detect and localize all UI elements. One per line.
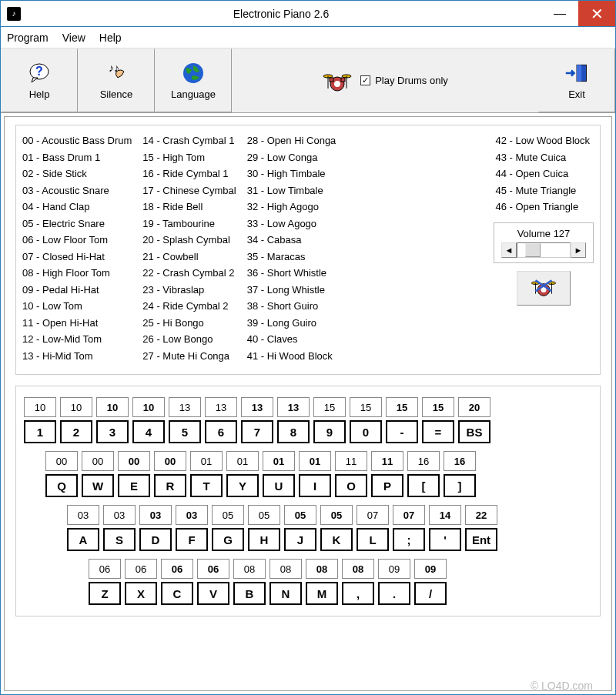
keyboard-key[interactable]: 136 — [205, 397, 237, 443]
keyboard-key[interactable]: 03F — [176, 505, 208, 551]
help-button[interactable]: ? Help — [1, 48, 78, 112]
keyboard-key[interactable]: 14' — [429, 505, 461, 551]
key-number: 09 — [378, 559, 410, 579]
keyboard-key[interactable]: 05H — [248, 505, 280, 551]
volume-slider[interactable]: ◄ ► — [501, 242, 586, 258]
key-label: - — [386, 420, 418, 443]
volume-left-button[interactable]: ◄ — [501, 242, 517, 258]
keyboard-key[interactable]: 08, — [342, 559, 374, 605]
help-icon: ? — [27, 61, 52, 85]
drum-item: 19 - Tambourine — [142, 216, 236, 232]
keyboard-key[interactable]: 150 — [350, 397, 382, 443]
keyboard-key[interactable]: 08B — [233, 559, 266, 605]
keyboard: 10110210310413513613713815915015-15=20BS… — [15, 386, 601, 616]
silence-button[interactable]: ♪♪ Silence — [78, 48, 155, 112]
key-label: W — [82, 474, 114, 497]
keyboard-key[interactable]: 00R — [154, 451, 186, 497]
keyboard-key[interactable]: 16[ — [407, 451, 440, 497]
keyboard-key[interactable]: 06Z — [89, 559, 121, 605]
keyboard-key[interactable]: 05J — [284, 505, 316, 551]
keyboard-key[interactable]: 20BS — [458, 397, 490, 443]
drum-item: 43 - Mute Cuica — [496, 150, 592, 165]
drum-list: 00 - Acoustic Bass Drum01 - Bass Drum 10… — [15, 125, 601, 375]
keyboard-key[interactable]: 103 — [96, 397, 129, 443]
keyboard-row-3: 03A03S03D03F05G05H05J05K07L07;14'22Ent — [22, 505, 594, 551]
keyboard-key[interactable]: 104 — [132, 397, 165, 443]
key-number: 10 — [96, 397, 129, 417]
keyboard-key[interactable]: 01I — [299, 451, 331, 497]
drum-col-2: 14 - Crash Cymbal 115 - High Tom16 - Rid… — [142, 133, 236, 363]
checkbox-icon: ✓ — [360, 75, 370, 85]
watermark: © LO4D.com — [531, 680, 593, 692]
drum-item: 46 - Open Triangle — [496, 199, 592, 215]
key-number: 08 — [270, 559, 302, 579]
keyboard-key[interactable]: 03D — [139, 505, 172, 551]
keyboard-key[interactable]: 06X — [125, 559, 157, 605]
keyboard-key[interactable]: 102 — [60, 397, 92, 443]
menu-program[interactable]: Program — [7, 32, 49, 44]
key-label: C — [161, 582, 193, 605]
keyboard-key[interactable]: 01Y — [226, 451, 259, 497]
key-label: / — [414, 582, 447, 605]
drum-item: 42 - Low Wood Block — [496, 133, 592, 149]
key-label: , — [342, 582, 374, 605]
menu-view[interactable]: View — [62, 32, 85, 44]
keyboard-key[interactable]: 03A — [67, 505, 99, 551]
key-number: 13 — [277, 397, 310, 417]
keyboard-key[interactable]: 09/ — [414, 559, 447, 605]
keyboard-key[interactable]: 06V — [197, 559, 229, 605]
key-label: 9 — [313, 420, 346, 443]
volume-thumb[interactable] — [525, 243, 541, 257]
keyboard-key[interactable]: 07; — [393, 505, 425, 551]
keyboard-key[interactable]: 03S — [103, 505, 136, 551]
key-label: K — [320, 528, 353, 551]
keyboard-key[interactable]: 135 — [169, 397, 201, 443]
key-number: 10 — [60, 397, 92, 417]
keyboard-key[interactable]: 15= — [422, 397, 454, 443]
key-label: Y — [226, 474, 259, 497]
menu-help[interactable]: Help — [99, 32, 122, 44]
keyboard-key[interactable]: 137 — [241, 397, 273, 443]
keyboard-key[interactable]: 16] — [444, 451, 476, 497]
key-label: A — [67, 528, 99, 551]
close-button[interactable]: ✕ — [578, 1, 615, 26]
key-label: Ent — [465, 528, 497, 551]
keyboard-key[interactable]: 09. — [378, 559, 410, 605]
keyboard-key[interactable]: 08M — [306, 559, 338, 605]
keyboard-key[interactable]: 05K — [320, 505, 353, 551]
keyboard-key[interactable]: 00E — [118, 451, 150, 497]
language-button[interactable]: Language — [155, 48, 232, 112]
key-label: 3 — [96, 420, 129, 443]
keyboard-key[interactable]: 138 — [277, 397, 310, 443]
play-drums-checkbox[interactable]: ✓ Play Drums only — [360, 75, 448, 86]
key-number: 08 — [342, 559, 374, 579]
keyboard-key[interactable]: 07L — [357, 505, 389, 551]
keyboard-key[interactable]: 06C — [161, 559, 193, 605]
key-number: 05 — [320, 505, 353, 525]
keyboard-key[interactable]: 22Ent — [465, 505, 497, 551]
keyboard-key[interactable]: 11P — [371, 451, 403, 497]
keyboard-key[interactable]: 01U — [263, 451, 295, 497]
keyboard-key[interactable]: 05G — [212, 505, 244, 551]
drums-button[interactable] — [517, 271, 571, 306]
keyboard-key[interactable]: 11O — [335, 451, 367, 497]
keyboard-key[interactable]: 15- — [386, 397, 418, 443]
keyboard-key[interactable]: 00W — [82, 451, 114, 497]
keyboard-key[interactable]: 08N — [270, 559, 302, 605]
exit-icon — [564, 61, 589, 85]
drum-item: 04 - Hand Clap — [22, 199, 132, 215]
key-number: 20 — [458, 397, 490, 417]
vol-column: 42 - Low Wood Block43 - Mute Cuica44 - O… — [494, 133, 594, 363]
svg-rect-11 — [341, 78, 345, 82]
keyboard-key[interactable]: 159 — [313, 397, 346, 443]
keyboard-key[interactable]: 01T — [190, 451, 223, 497]
keyboard-row-4: 06Z06X06C06V08B08N08M08,09.09/ — [22, 559, 594, 605]
volume-track[interactable] — [517, 242, 571, 258]
drum-item: 45 - Mute Triangle — [496, 183, 592, 199]
key-number: 06 — [161, 559, 193, 579]
minimize-button[interactable]: — — [541, 1, 578, 26]
exit-button[interactable]: Exit — [538, 48, 615, 112]
volume-right-button[interactable]: ► — [571, 242, 586, 258]
keyboard-key[interactable]: 00Q — [45, 451, 78, 497]
keyboard-key[interactable]: 101 — [24, 397, 56, 443]
